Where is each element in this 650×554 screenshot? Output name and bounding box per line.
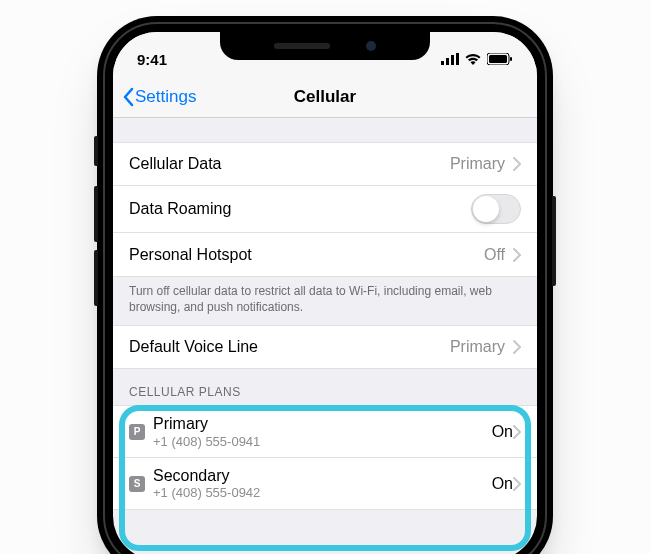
svg-rect-6 xyxy=(510,57,512,61)
notch xyxy=(220,32,430,60)
data-roaming-row: Data Roaming xyxy=(113,186,537,233)
svg-rect-0 xyxy=(441,61,444,65)
battery-icon xyxy=(487,51,513,68)
cellular-data-note: Turn off cellular data to restrict all d… xyxy=(113,277,537,325)
power-button xyxy=(552,196,556,286)
phone-frame: 9:41 Settings Cellular xyxy=(97,16,553,554)
personal-hotspot-value: Off xyxy=(484,246,505,264)
phone-screen: 9:41 Settings Cellular xyxy=(113,32,537,554)
plan-number: +1 (408) 555-0941 xyxy=(153,434,492,450)
volume-down-button xyxy=(94,250,98,306)
settings-content: Cellular Data Primary Data Roaming Perso… xyxy=(113,118,537,510)
svg-rect-1 xyxy=(446,58,449,65)
plan-name: Secondary xyxy=(153,466,492,485)
mute-switch xyxy=(94,136,98,166)
speaker-grille xyxy=(274,43,330,49)
chevron-right-icon xyxy=(513,425,521,439)
svg-rect-5 xyxy=(489,55,507,63)
cellular-signal-icon xyxy=(441,51,459,68)
default-voice-label: Default Voice Line xyxy=(129,338,450,356)
svg-rect-2 xyxy=(451,55,454,65)
chevron-right-icon xyxy=(513,340,521,354)
back-button[interactable]: Settings xyxy=(121,87,196,107)
front-camera xyxy=(366,41,376,51)
navbar: Settings Cellular xyxy=(113,76,537,118)
plan-status: On xyxy=(492,423,513,441)
plan-number: +1 (408) 555-0942 xyxy=(153,485,492,501)
plan-name: Primary xyxy=(153,414,492,433)
svg-rect-3 xyxy=(456,53,459,65)
cellular-plan-primary-row[interactable]: P Primary +1 (408) 555-0941 On xyxy=(113,405,537,458)
cellular-plan-secondary-row[interactable]: S Secondary +1 (408) 555-0942 On xyxy=(113,458,537,510)
plan-status: On xyxy=(492,475,513,493)
default-voice-value: Primary xyxy=(450,338,505,356)
volume-up-button xyxy=(94,186,98,242)
cellular-data-value: Primary xyxy=(450,155,505,173)
default-voice-line-row[interactable]: Default Voice Line Primary xyxy=(113,325,537,369)
status-time: 9:41 xyxy=(137,51,167,68)
chevron-right-icon xyxy=(513,248,521,262)
plan-badge-icon: P xyxy=(129,424,145,440)
plan-badge-icon: S xyxy=(129,476,145,492)
chevron-left-icon xyxy=(121,87,135,107)
cellular-data-label: Cellular Data xyxy=(129,155,450,173)
data-roaming-label: Data Roaming xyxy=(129,200,471,218)
personal-hotspot-row[interactable]: Personal Hotspot Off xyxy=(113,233,537,277)
cellular-data-row[interactable]: Cellular Data Primary xyxy=(113,142,537,186)
chevron-right-icon xyxy=(513,157,521,171)
cellular-plans-header: CELLULAR PLANS xyxy=(113,369,537,405)
back-label: Settings xyxy=(135,87,196,107)
data-roaming-toggle[interactable] xyxy=(471,194,521,224)
chevron-right-icon xyxy=(513,477,521,491)
page-title: Cellular xyxy=(294,87,356,107)
wifi-icon xyxy=(465,51,481,68)
personal-hotspot-label: Personal Hotspot xyxy=(129,246,484,264)
